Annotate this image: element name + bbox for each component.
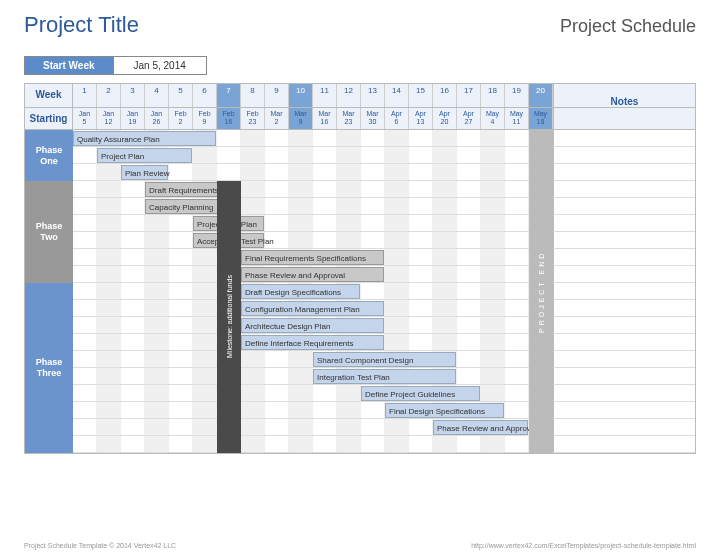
project-end-bar: PROJECT END [529,130,553,453]
milestone-bar: Milestone: additional funds [217,181,241,453]
header-starting-label: Starting [25,108,73,129]
phase-label: PhaseOne [25,130,73,181]
week-date: Mar2 [265,108,289,129]
week-date: Feb23 [241,108,265,129]
week-number: 5 [169,84,193,107]
week-number: 14 [385,84,409,107]
header-notes: Notes [553,84,695,107]
week-number: 1 [73,84,97,107]
grid-row [25,283,695,300]
grid-row [25,436,695,453]
week-date: May18 [529,108,553,129]
week-date: Feb2 [169,108,193,129]
week-number: 3 [121,84,145,107]
phase-label: PhaseTwo [25,181,73,283]
week-number: 11 [313,84,337,107]
phase-label: PhaseThree [25,283,73,453]
week-date: Apr20 [433,108,457,129]
task-bar[interactable]: Final Requirements Specifications [241,250,384,265]
task-bar[interactable]: Configuration Management Plan [241,301,384,316]
week-date: Mar9 [289,108,313,129]
week-number: 16 [433,84,457,107]
page-subtitle: Project Schedule [560,16,696,37]
week-number: 2 [97,84,121,107]
grid-row [25,232,695,249]
grid-row [25,402,695,419]
header-week-label: Week [25,84,73,107]
week-number: 6 [193,84,217,107]
task-bar[interactable]: Define Project Guidelines [361,386,480,401]
grid-row [25,215,695,232]
start-week-row: Start Week Jan 5, 2014 [24,56,696,75]
task-bar[interactable]: Shared Component Design [313,352,456,367]
week-date: Feb16 [217,108,241,129]
week-number: 4 [145,84,169,107]
week-number: 7 [217,84,241,107]
grid-row [25,385,695,402]
task-bar[interactable]: Define Interface Requirements [241,335,384,350]
week-date: Jan12 [97,108,121,129]
week-date: Jan5 [73,108,97,129]
task-bar[interactable]: Draft Design Specifications [241,284,360,299]
page-title: Project Title [24,12,139,38]
start-week-value[interactable]: Jan 5, 2014 [114,56,207,75]
grid-row [25,198,695,215]
task-bar[interactable]: Integration Test Plan [313,369,456,384]
week-number: 9 [265,84,289,107]
week-number: 10 [289,84,313,107]
task-bar[interactable]: Project Plan [97,148,192,163]
week-date: Jan19 [121,108,145,129]
week-number: 8 [241,84,265,107]
week-number: 15 [409,84,433,107]
footer: Project Schedule Template © 2014 Vertex4… [24,542,696,549]
task-bar[interactable]: Quality Assurance Plan [73,131,216,146]
week-number: 17 [457,84,481,107]
week-date: May4 [481,108,505,129]
week-date: Feb9 [193,108,217,129]
week-number: 18 [481,84,505,107]
grid-row [25,419,695,436]
week-date: Apr27 [457,108,481,129]
footer-link[interactable]: http://www.vertex42.com/ExcelTemplates/p… [471,542,696,549]
week-number: 12 [337,84,361,107]
grid-row [25,181,695,198]
week-date: Apr13 [409,108,433,129]
week-number: 19 [505,84,529,107]
week-number: 13 [361,84,385,107]
start-week-label: Start Week [24,56,114,75]
week-number: 20 [529,84,553,107]
week-date: Jan26 [145,108,169,129]
week-date: Mar16 [313,108,337,129]
week-date: Mar23 [337,108,361,129]
task-bar[interactable]: Phase Review and Approval [433,420,528,435]
week-date: May11 [505,108,529,129]
task-bar[interactable]: Plan Review [121,165,168,180]
week-date: Apr6 [385,108,409,129]
task-bar[interactable]: Architectue Design Plan [241,318,384,333]
task-bar[interactable]: Phase Review and Approval [241,267,384,282]
week-date: Mar30 [361,108,385,129]
task-bar[interactable]: Final Design Specifications [385,403,504,418]
schedule-grid: Week1234567891011121314151617181920Notes… [24,83,696,454]
footer-copyright: Project Schedule Template © 2014 Vertex4… [24,542,176,549]
